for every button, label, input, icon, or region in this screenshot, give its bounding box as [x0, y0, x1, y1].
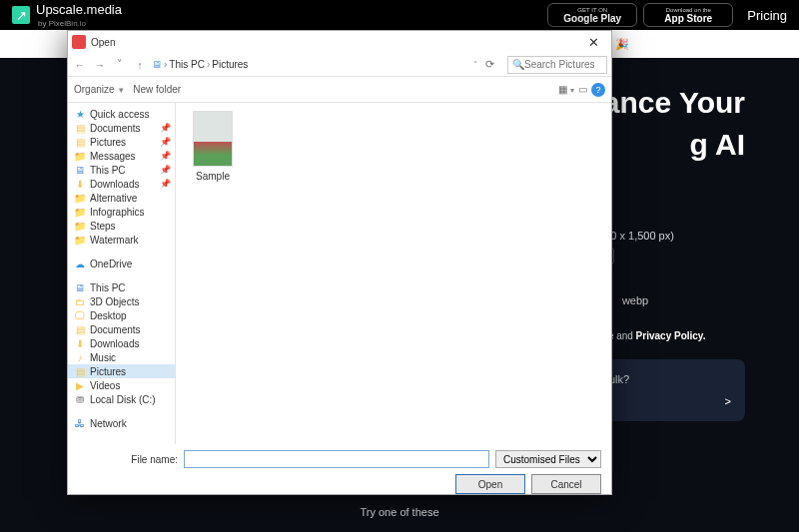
- filename-label: File name:: [131, 454, 178, 465]
- sidebar-item[interactable]: 📁Messages📌: [68, 149, 175, 163]
- sidebar-item[interactable]: 📁Steps: [68, 219, 175, 233]
- sidebar-item[interactable]: ⬇Downloads📌: [68, 177, 175, 191]
- quick-access[interactable]: ★Quick access: [68, 107, 175, 121]
- help-icon[interactable]: ?: [591, 83, 605, 97]
- bulk-card[interactable]: ulk? >: [595, 359, 745, 421]
- sidebar-item[interactable]: 📁Alternative: [68, 191, 175, 205]
- new-folder-button[interactable]: New folder: [133, 84, 181, 95]
- app-topbar: ↗ Upscale.media by PixelBin.io GET IT ON…: [0, 0, 799, 30]
- sidebar-item[interactable]: ⬇Downloads: [68, 336, 175, 350]
- app-store-badge[interactable]: Download on the App Store: [643, 3, 733, 27]
- nav-sidebar: ★Quick access ▤Documents📌 ▤Pictures📌 📁Me…: [68, 103, 176, 444]
- view-menu-icon[interactable]: ▦ ▾: [558, 84, 574, 95]
- sidebar-item[interactable]: ▶Videos: [68, 378, 175, 392]
- search-icon: 🔍: [512, 59, 524, 70]
- search-input[interactable]: [524, 59, 606, 70]
- search-field[interactable]: 🔍: [507, 56, 607, 74]
- back-button[interactable]: ←: [72, 57, 88, 73]
- sidebar-item[interactable]: 🗀3D Objects: [68, 294, 175, 308]
- sidebar-item-pictures[interactable]: ▤Pictures: [68, 364, 175, 378]
- file-name: Sample: [184, 171, 242, 182]
- sidebar-item[interactable]: 🖥This PC📌: [68, 163, 175, 177]
- sidebar-item[interactable]: 📁Infographics: [68, 205, 175, 219]
- file-open-dialog: Open ✕ ← → ˅ ↑ 🖥 › This PC › Pictures ˅ …: [67, 30, 612, 495]
- brand-byline: by PixelBin.io: [38, 19, 122, 28]
- format-webp: webp: [622, 294, 648, 306]
- app-icon: [72, 35, 86, 49]
- brand[interactable]: ↗ Upscale.media by PixelBin.io: [12, 2, 122, 28]
- sidebar-item[interactable]: ⛃Local Disk (C:): [68, 392, 175, 406]
- open-button[interactable]: Open: [455, 474, 525, 494]
- brand-name: Upscale.media: [36, 2, 122, 17]
- file-thumbnail[interactable]: Sample: [184, 111, 242, 182]
- recent-dropdown-icon[interactable]: ˅: [112, 57, 128, 73]
- forward-button[interactable]: →: [92, 57, 108, 73]
- sidebar-item[interactable]: ♪Music: [68, 350, 175, 364]
- pricing-link[interactable]: Pricing: [747, 8, 787, 23]
- resolution-text: ,500 x 1,500 px): [595, 230, 745, 242]
- organize-menu[interactable]: Organize ▼: [74, 84, 125, 95]
- sidebar-item[interactable]: ▤Documents📌: [68, 121, 175, 135]
- breadcrumb[interactable]: 🖥 › This PC › Pictures: [152, 59, 469, 70]
- chevron-right-icon: >: [609, 395, 731, 407]
- filename-input[interactable]: [184, 450, 489, 468]
- close-button[interactable]: ✕: [580, 35, 607, 50]
- hero-title: ance Your g AI: [603, 82, 745, 166]
- onedrive[interactable]: ☁OneDrive: [68, 257, 175, 270]
- upload-panel: ,500 x 1,500 px) V jpg webp Use and Priv…: [595, 230, 745, 341]
- sample-image-icon: [193, 111, 233, 167]
- dialog-title: Open: [91, 37, 115, 48]
- google-play-badge[interactable]: GET IT ON Google Play: [547, 3, 637, 27]
- this-pc[interactable]: 🖥This PC: [68, 280, 175, 294]
- network[interactable]: 🖧Network: [68, 416, 175, 430]
- file-type-filter[interactable]: Customised Files: [495, 450, 601, 468]
- party-icon: 🎉: [615, 38, 629, 51]
- dialog-toolbar: Organize ▼ New folder ▦ ▾ ▭ ?: [68, 77, 611, 103]
- file-list[interactable]: Sample: [176, 103, 611, 444]
- brand-icon: ↗: [12, 6, 30, 24]
- refresh-button[interactable]: ⟳: [481, 57, 497, 73]
- dialog-footer: File name: Customised Files Open Cancel: [68, 444, 611, 500]
- sidebar-item[interactable]: 📁Watermark: [68, 233, 175, 247]
- up-button[interactable]: ↑: [132, 57, 148, 73]
- policy-text: Use and Privacy Policy.: [595, 330, 745, 341]
- dialog-titlebar: Open ✕: [68, 31, 611, 53]
- preview-pane-icon[interactable]: ▭: [578, 84, 587, 95]
- try-caption: Try one of these: [0, 506, 799, 518]
- breadcrumb-dropdown-icon[interactable]: ˅: [473, 60, 477, 69]
- address-bar: ← → ˅ ↑ 🖥 › This PC › Pictures ˅ ⟳ 🔍: [68, 53, 611, 77]
- sidebar-item[interactable]: ▤Documents: [68, 322, 175, 336]
- sidebar-item[interactable]: ▤Pictures📌: [68, 135, 175, 149]
- cancel-button[interactable]: Cancel: [531, 474, 601, 494]
- sidebar-item[interactable]: 🖵Desktop: [68, 308, 175, 322]
